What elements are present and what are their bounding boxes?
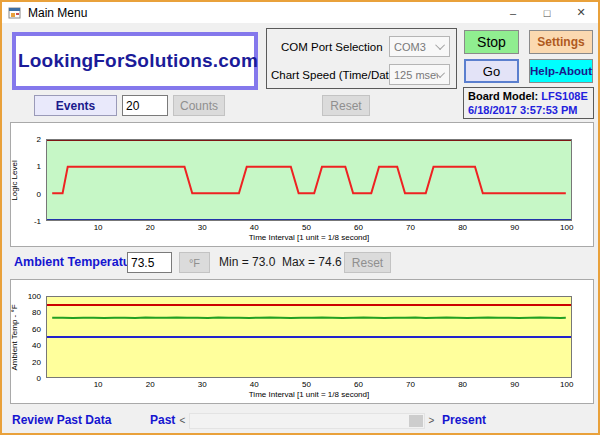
history-scrollbar[interactable]: < > (176, 412, 438, 429)
x-tick-label: 80 (458, 380, 467, 389)
logo-panel: LookingForSolutions.com (12, 32, 258, 90)
com-port-select[interactable]: COM3 (389, 36, 450, 57)
x-tick-label: 70 (406, 380, 415, 389)
temp-plot-area (46, 296, 572, 378)
y-tick-label: 1 (37, 162, 41, 171)
fahrenheit-unit-button[interactable]: °F (179, 252, 210, 273)
logic-y-ticks: -1012 (25, 139, 43, 221)
y-tick-label: 2 (37, 135, 41, 144)
x-tick-label: 10 (94, 380, 103, 389)
scroll-right-arrow[interactable]: > (425, 412, 438, 429)
app-icon (8, 6, 22, 20)
window-title: Main Menu (28, 6, 87, 20)
logic-plot-area (46, 139, 572, 221)
main-window: Main Menu – □ ✕ LookingForSolutions.com … (0, 0, 600, 435)
com-port-value: COM3 (394, 41, 438, 53)
temp-y-ticks: 020406080100 (25, 296, 43, 378)
go-button[interactable]: Go (464, 59, 519, 83)
temp-x-ticks: 102030405060708090100 (46, 380, 572, 390)
y-tick-label: 100 (28, 292, 41, 301)
x-tick-label: 60 (354, 380, 363, 389)
chart-speed-row: Chart Speed (Time/Data) 125 msec (267, 64, 456, 85)
board-model-line: Board Model: LFS108E (468, 89, 589, 103)
logic-y-axis-label: Logic Level (8, 139, 20, 221)
x-tick-label: 70 (406, 223, 415, 232)
x-tick-label: 20 (146, 380, 155, 389)
x-tick-label: 50 (302, 223, 311, 232)
scrollbar-track[interactable] (189, 413, 425, 429)
ambient-temperature-label: Ambient Temperature (14, 255, 142, 269)
y-tick-label: 0 (37, 189, 41, 198)
temp-x-axis-label: Time Interval [1 unit = 1/8 second] (46, 390, 572, 399)
chart-speed-label: Chart Speed (Time/Data) (271, 69, 399, 81)
logo-text: LookingForSolutions.com (18, 50, 258, 72)
ambient-temperature-chart: Ambient Temp - °F 020406080100 102030405… (10, 279, 594, 404)
x-tick-label: 20 (146, 223, 155, 232)
temperature-reset-button[interactable]: Reset (344, 252, 391, 273)
x-tick-label: 50 (302, 380, 311, 389)
x-tick-label: 30 (198, 223, 207, 232)
maximize-button[interactable]: □ (530, 2, 564, 23)
max-temperature-text: Max = 74.6 (282, 255, 342, 269)
x-tick-label: 10 (94, 223, 103, 232)
x-tick-label: 40 (250, 380, 259, 389)
events-button[interactable]: Events (34, 95, 117, 116)
chart-speed-value: 125 msec (394, 69, 438, 81)
ambient-temperature-input[interactable] (127, 252, 172, 273)
board-model-panel: Board Model: LFS108E 6/18/2017 3:57:53 P… (463, 87, 594, 119)
minimize-button[interactable]: – (496, 2, 530, 23)
x-tick-label: 90 (510, 380, 519, 389)
min-temperature-text: Min = 73.0 (219, 255, 275, 269)
counts-button[interactable]: Counts (173, 95, 225, 116)
y-tick-label: -1 (34, 217, 41, 226)
timestamp: 6/18/2017 3:57:53 PM (468, 103, 589, 117)
settings-button[interactable]: Settings (529, 30, 593, 54)
past-label: Past (150, 413, 175, 427)
x-tick-label: 30 (198, 380, 207, 389)
stop-button[interactable]: Stop (464, 30, 519, 54)
com-port-row: COM Port Selection COM3 (267, 36, 456, 57)
y-tick-label: 20 (32, 357, 41, 366)
temp-y-axis-label: Ambient Temp - °F (8, 296, 20, 378)
close-button[interactable]: ✕ (564, 2, 598, 23)
x-tick-label: 40 (250, 223, 259, 232)
y-tick-label: 0 (37, 374, 41, 383)
events-count-input[interactable] (122, 95, 168, 116)
scroll-left-arrow[interactable]: < (176, 412, 189, 429)
board-model-value: LFS108E (541, 90, 587, 102)
review-past-data-label: Review Past Data (12, 413, 111, 427)
com-port-group: COM Port Selection COM3 Chart Speed (Tim… (266, 28, 457, 89)
x-tick-label: 100 (560, 380, 573, 389)
title-bar: Main Menu – □ ✕ (2, 2, 598, 23)
present-label: Present (442, 413, 486, 427)
logic-x-axis-label: Time Interval [1 unit = 1/8 second] (46, 233, 572, 242)
logic-reset-button[interactable]: Reset (322, 95, 370, 116)
board-model-label: Board Model: (468, 90, 538, 102)
x-tick-label: 80 (458, 223, 467, 232)
y-tick-label: 40 (32, 341, 41, 350)
y-tick-label: 60 (32, 324, 41, 333)
logic-level-chart: Logic Level -1012 102030405060708090100 … (10, 122, 594, 247)
x-tick-label: 90 (510, 223, 519, 232)
y-tick-label: 80 (32, 308, 41, 317)
logic-x-ticks: 102030405060708090100 (46, 223, 572, 233)
x-tick-label: 100 (560, 223, 573, 232)
com-port-label: COM Port Selection (281, 41, 383, 53)
logic-signal-line (52, 167, 566, 194)
help-about-button[interactable]: Help-About (529, 59, 593, 83)
chart-speed-select[interactable]: 125 msec (389, 64, 450, 85)
window-controls: – □ ✕ (496, 2, 598, 23)
x-tick-label: 60 (354, 223, 363, 232)
scrollbar-thumb[interactable] (409, 415, 423, 427)
